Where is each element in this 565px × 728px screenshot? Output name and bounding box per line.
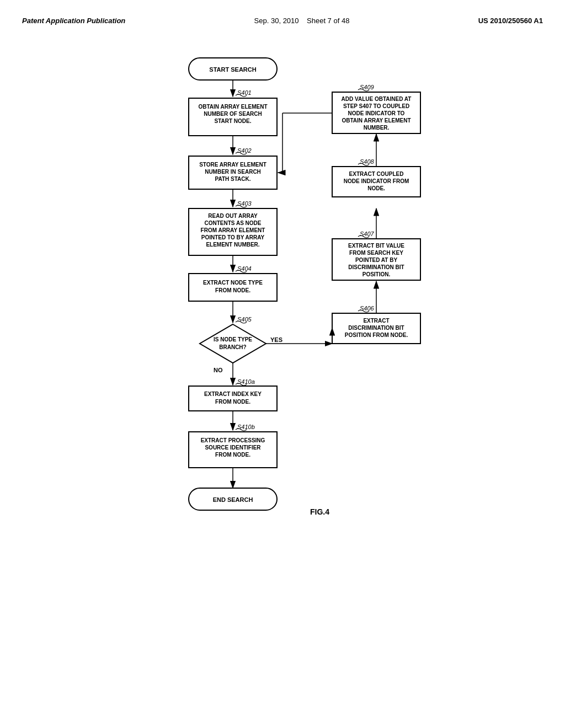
svg-text:S401: S401 [237, 89, 252, 96]
page-header: Patent Application Publication Sep. 30, … [22, 11, 543, 25]
svg-text:S405: S405 [237, 316, 252, 323]
header-date: Sep. 30, 2010 [254, 17, 299, 25]
header-sheet: Sheet 7 of 48 [307, 17, 349, 25]
svg-text:NO: NO [214, 367, 223, 373]
svg-text:EXTRACT PROCESSING: EXTRACT PROCESSING [201, 437, 265, 443]
svg-rect-79 [189, 488, 277, 510]
svg-text:NODE INDICATOR FROM: NODE INDICATOR FROM [344, 178, 409, 184]
svg-text:S403: S403 [237, 200, 252, 207]
svg-text:DISCRIMINATION BIT: DISCRIMINATION BIT [348, 325, 404, 331]
svg-rect-38 [332, 313, 420, 344]
svg-text:FROM SEARCH KEY: FROM SEARCH KEY [349, 250, 403, 256]
flowchart-diagram: START SEARCH S401 OBTAIN ARRAY ELEMENT N… [89, 41, 476, 692]
svg-text:ADD VALUE OBTAINED AT: ADD VALUE OBTAINED AT [342, 96, 412, 102]
svg-rect-11 [189, 156, 277, 189]
header-date-sheet: Sep. 30, 2010 Sheet 7 of 48 [254, 17, 350, 25]
svg-text:OBTAIN ARRAY ELEMENT: OBTAIN ARRAY ELEMENT [342, 117, 411, 124]
svg-text:POSITION FROM NODE.: POSITION FROM NODE. [345, 332, 408, 338]
svg-text:S407: S407 [360, 231, 375, 237]
svg-text:S410b: S410b [237, 424, 255, 430]
svg-text:STEP S407 TO COUPLED: STEP S407 TO COUPLED [343, 103, 409, 109]
svg-rect-58 [332, 92, 420, 133]
svg-text:FROM NODE.: FROM NODE. [215, 452, 250, 458]
svg-text:CONTENTS  AS NODE: CONTENTS AS NODE [205, 220, 262, 226]
svg-text:FROM NODE.: FROM NODE. [215, 399, 250, 405]
svg-rect-5 [189, 98, 277, 136]
svg-text:EXTRACT NODE TYPE: EXTRACT NODE TYPE [203, 280, 263, 286]
svg-text:S410a: S410a [237, 378, 255, 385]
header-patent-number: US 2010/250560 A1 [478, 17, 543, 25]
page: Patent Application Publication Sep. 30, … [0, 0, 565, 728]
svg-text:NUMBER.: NUMBER. [364, 125, 390, 131]
svg-text:SOURCE IDENTIFIER: SOURCE IDENTIFIER [205, 445, 261, 451]
svg-marker-30 [200, 324, 266, 363]
svg-text:EXTRACT COUPLED: EXTRACT COUPLED [349, 171, 404, 177]
svg-text:POSITION.: POSITION. [363, 271, 391, 277]
svg-text:DISCRIMINATION BIT: DISCRIMINATION BIT [348, 264, 404, 270]
svg-text:FROM ARRAY ELEMENT: FROM ARRAY ELEMENT [201, 227, 265, 233]
svg-rect-52 [332, 167, 420, 197]
svg-text:START NODE.: START NODE. [214, 118, 251, 124]
svg-text:S408: S408 [360, 158, 375, 165]
svg-text:IS NODE TYPE: IS NODE TYPE [214, 336, 252, 342]
svg-text:BRANCH?: BRANCH? [219, 344, 246, 350]
svg-text:YES: YES [270, 336, 282, 343]
svg-text:STORE ARRAY ELEMENT: STORE ARRAY ELEMENT [199, 162, 266, 168]
svg-text:S409: S409 [360, 84, 374, 90]
svg-text:END SEARCH: END SEARCH [213, 496, 253, 503]
svg-rect-17 [189, 208, 277, 255]
svg-text:FIG.4: FIG.4 [310, 507, 329, 516]
svg-text:EXTRACT BIT VALUE: EXTRACT BIT VALUE [348, 243, 404, 249]
svg-text:S402: S402 [237, 147, 252, 154]
svg-text:S404: S404 [237, 265, 252, 272]
svg-text:NUMBER IN SEARCH: NUMBER IN SEARCH [205, 169, 261, 175]
svg-rect-74 [189, 432, 277, 468]
svg-rect-1 [189, 58, 277, 80]
svg-text:NODE.: NODE. [367, 185, 385, 191]
svg-text:PATH STACK.: PATH STACK. [215, 176, 251, 182]
svg-rect-25 [189, 274, 277, 301]
svg-text:FROM NODE.: FROM NODE. [215, 287, 250, 293]
header-publication: Patent Application Publication [22, 17, 125, 25]
svg-text:EXTRACT INDEX KEY: EXTRACT INDEX KEY [204, 391, 262, 397]
svg-text:READ OUT ARRAY: READ OUT ARRAY [208, 213, 258, 219]
svg-text:START SEARCH: START SEARCH [209, 66, 256, 73]
svg-text:EXTRACT: EXTRACT [363, 318, 389, 324]
svg-text:OBTAIN ARRAY ELEMENT: OBTAIN ARRAY ELEMENT [198, 104, 267, 110]
svg-text:S406: S406 [360, 305, 375, 312]
svg-text:NODE INDICATOR TO: NODE INDICATOR TO [348, 110, 405, 116]
svg-rect-69 [189, 386, 277, 411]
svg-text:NUMBER OF SEARCH: NUMBER OF SEARCH [204, 111, 262, 117]
svg-text:POINTED AT BY: POINTED AT BY [355, 257, 397, 263]
svg-text:POINTED TO BY ARRAY: POINTED TO BY ARRAY [201, 234, 265, 240]
svg-rect-44 [332, 239, 420, 280]
svg-text:ELEMENT NUMBER.: ELEMENT NUMBER. [206, 242, 259, 248]
